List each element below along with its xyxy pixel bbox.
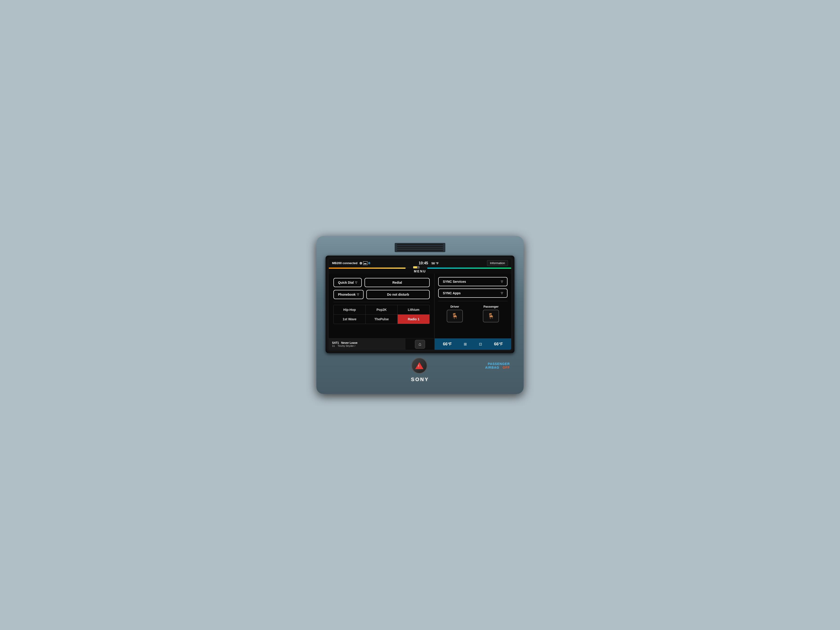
airbag-text2: AIRBAG OFF <box>485 366 510 369</box>
seat-heat-icon: ⊞ <box>464 342 467 346</box>
driver-seat-col: Driver 🪑 <box>447 305 463 322</box>
quick-dial-chevron: ▽ <box>355 281 357 284</box>
quick-dial-button[interactable]: Quick Dial ▽ <box>333 278 362 287</box>
bottom-left: SAT1 Never Leave 11 Tinchy Stryder / <box>329 338 406 350</box>
status-left: MB200 connected ✿ ▬ B <box>332 261 370 265</box>
driver-seat-icon: 🪑 <box>451 313 458 319</box>
divider <box>333 302 429 302</box>
radio-cell-lithium[interactable]: Lithium <box>398 305 429 314</box>
brand-label: SONY <box>411 376 429 382</box>
passenger-seat-col: Passenger 🪑 <box>483 305 499 322</box>
radio-cell-1stwave[interactable]: 1st Wave <box>334 314 365 324</box>
airbag-status: OFF <box>503 366 510 369</box>
screen-icon: ▬ <box>363 261 368 265</box>
battery-separator <box>406 268 427 269</box>
phonebook-button[interactable]: Phonebook ▽ <box>333 290 363 299</box>
status-bar: MB200 connected ✿ ▬ B 10:45 58 °F Inform… <box>329 259 511 268</box>
screen-bezel: MB200 connected ✿ ▬ B 10:45 58 °F Inform… <box>325 256 515 353</box>
temp-display-header: 58 °F <box>431 262 439 265</box>
airbag-label: PASSENGER AIRBAG OFF <box>485 362 510 369</box>
home-button[interactable]: ⌂ <box>415 340 425 349</box>
bottom-right: 66°F ⊞ ⊡ 66°F <box>434 338 511 350</box>
radio-cell-hiphop[interactable]: Hip-Hop <box>334 305 365 314</box>
menu-label: MENU <box>329 269 511 274</box>
top-vent <box>395 243 445 252</box>
radio-grid: Hip-Hop Pop2K Lithium 1st Wave ThePulse … <box>333 305 429 324</box>
main-content: Quick Dial ▽ Redial Phonebook ▽ <box>329 274 511 338</box>
status-icons: ✿ ▬ B <box>360 261 371 265</box>
phone-row-2: Phonebook ▽ Do not disturb <box>333 290 429 299</box>
hazard-icon <box>415 362 423 369</box>
song-title: Never Leave <box>341 341 358 344</box>
do-not-disturb-button[interactable]: Do not disturb <box>366 290 429 299</box>
seat-section: Driver 🪑 Passenger 🪑 <box>438 303 507 322</box>
phone-row-1: Quick Dial ▽ Redial <box>333 278 429 287</box>
progress-bars <box>329 268 511 269</box>
time-display: 10:45 <box>418 261 428 265</box>
radio-cell-radio1[interactable]: Radio 1 <box>398 314 429 324</box>
settings-icon: ✿ <box>360 261 362 265</box>
home-icon: ⌂ <box>418 341 422 347</box>
connected-device: MB200 connected <box>332 261 358 265</box>
radio-cell-thepulse[interactable]: ThePulse <box>366 314 398 324</box>
sync-apps-button[interactable]: SYNC Apps ▽ <box>438 289 507 298</box>
bottom-center: ⌂ <box>406 338 435 350</box>
sync-services-chevron: ▽ <box>501 280 503 283</box>
driver-label: Driver <box>450 305 459 308</box>
info-button[interactable]: Information <box>487 260 508 266</box>
bluetooth-icon: B <box>368 262 371 265</box>
sync-buttons: SYNC Services ▽ SYNC Apps ▽ <box>438 277 507 301</box>
hazard-button[interactable] <box>411 358 427 374</box>
radio-cell-pop2k[interactable]: Pop2K <box>366 305 398 314</box>
battery-icon <box>413 266 420 268</box>
channel-number: 11 <box>332 344 335 347</box>
left-panel: Quick Dial ▽ Redial Phonebook ▽ <box>329 274 434 338</box>
artist-name: Tinchy Stryder / <box>338 344 355 347</box>
main-display: MB200 connected ✿ ▬ B 10:45 58 °F Inform… <box>329 259 511 350</box>
temp-right: 66°F <box>494 342 503 347</box>
passenger-seat-button[interactable]: 🪑 <box>483 310 499 322</box>
below-screen: PASSENGER AIRBAG OFF <box>325 358 515 374</box>
redial-button[interactable]: Redial <box>365 278 429 287</box>
progress-orange <box>329 268 406 269</box>
progress-green <box>427 268 511 269</box>
driver-seat-button[interactable]: 🪑 <box>447 310 463 322</box>
sat-label: SAT1 <box>332 341 339 344</box>
artist-info: 11 Tinchy Stryder / <box>332 344 402 347</box>
bottom-bar: SAT1 Never Leave 11 Tinchy Stryder / ⌂ <box>329 338 511 350</box>
passenger-label: Passenger <box>483 305 499 308</box>
sat-info: SAT1 Never Leave <box>332 341 402 344</box>
phonebook-chevron: ▽ <box>357 293 359 296</box>
right-panel: SYNC Services ▽ SYNC Apps ▽ Driver <box>434 274 511 338</box>
temp-left: 66°F <box>443 342 452 347</box>
sync-services-button[interactable]: SYNC Services ▽ <box>438 277 507 286</box>
status-center: 10:45 58 °F <box>418 261 439 265</box>
fan-icon: ⊡ <box>479 342 482 346</box>
passenger-seat-icon: 🪑 <box>488 313 494 319</box>
battery-fill <box>413 267 417 268</box>
sync-apps-chevron: ▽ <box>501 292 503 295</box>
airbag-text1: PASSENGER <box>485 362 510 366</box>
